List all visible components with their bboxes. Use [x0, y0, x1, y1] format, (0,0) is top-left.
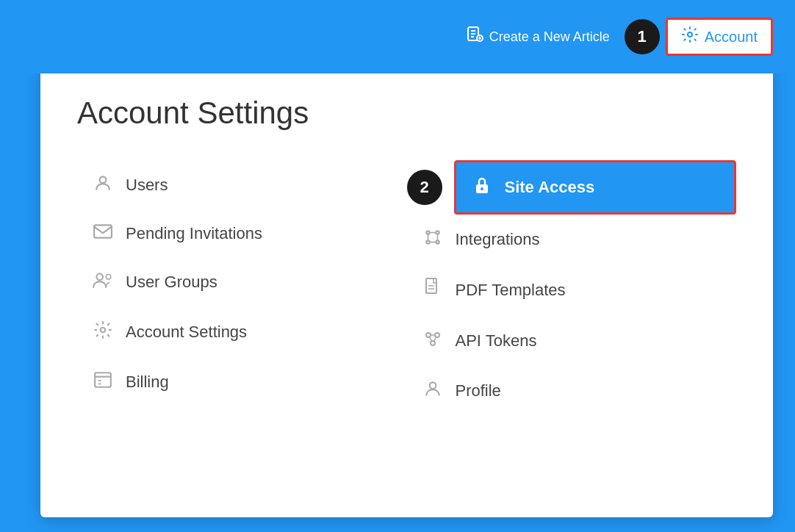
user-groups-label: User Groups	[126, 273, 217, 292]
right-column: 2 Site Access	[407, 160, 737, 416]
svg-rect-13	[95, 373, 111, 387]
menu-item-pending-invitations[interactable]: Pending Invitations	[77, 210, 407, 257]
gear-icon	[681, 26, 699, 48]
svg-point-22	[426, 240, 429, 243]
menu-item-user-groups[interactable]: User Groups	[77, 257, 407, 307]
create-article-button[interactable]: Create a New Article	[466, 26, 610, 48]
integrations-icon	[422, 228, 444, 251]
menu-grid: Users Pending Invitations	[77, 160, 736, 416]
page-title: Account Settings	[77, 96, 736, 131]
menu-item-profile[interactable]: Profile	[407, 366, 737, 416]
menu-item-account-settings[interactable]: Account Settings	[77, 307, 407, 357]
svg-line-35	[434, 337, 436, 342]
menu-item-api-tokens[interactable]: API Tokens	[407, 316, 737, 366]
step1-wrapper: 1 Account	[625, 18, 773, 56]
users-icon	[92, 270, 114, 294]
top-bar: Create a New Article 1 Account	[0, 0, 795, 73]
svg-point-8	[100, 176, 107, 183]
menu-item-integrations[interactable]: Integrations	[407, 215, 737, 265]
svg-rect-9	[94, 225, 112, 237]
pending-invitations-label: Pending Invitations	[126, 224, 262, 243]
svg-point-10	[96, 273, 103, 280]
svg-point-18	[481, 187, 483, 190]
svg-point-32	[431, 341, 435, 345]
billing-label: Billing	[126, 373, 169, 392]
settings-icon	[92, 320, 114, 344]
step1-circle: 1	[625, 19, 660, 54]
svg-point-30	[426, 333, 431, 337]
pdf-icon	[422, 278, 444, 303]
menu-item-billing[interactable]: Billing	[77, 357, 407, 407]
integrations-label: Integrations	[456, 230, 540, 249]
envelope-icon	[92, 223, 114, 244]
menu-item-pdf-templates[interactable]: PDF Templates	[407, 265, 737, 316]
account-label: Account	[705, 29, 758, 46]
account-settings-label: Account Settings	[126, 323, 247, 342]
create-article-icon	[466, 26, 483, 48]
left-column: Users Pending Invitations	[77, 160, 407, 416]
profile-icon	[422, 379, 444, 403]
site-access-row: 2 Site Access	[407, 160, 737, 215]
user-icon	[92, 173, 114, 197]
api-tokens-label: API Tokens	[456, 331, 537, 351]
svg-point-20	[436, 240, 439, 243]
pdf-templates-label: PDF Templates	[456, 281, 566, 300]
svg-line-34	[429, 337, 432, 342]
svg-point-36	[429, 382, 436, 389]
billing-icon	[92, 370, 114, 394]
lock-icon	[471, 176, 493, 199]
profile-label: Profile	[456, 381, 501, 400]
menu-item-site-access[interactable]: Site Access	[454, 160, 737, 215]
svg-point-21	[436, 231, 439, 234]
svg-point-11	[106, 275, 110, 279]
step2-circle: 2	[407, 170, 442, 205]
users-label: Users	[126, 176, 168, 195]
main-card: Account Settings Users	[40, 66, 773, 517]
svg-point-19	[426, 231, 429, 234]
svg-point-31	[435, 333, 439, 337]
account-button[interactable]: Account	[666, 18, 773, 56]
api-icon	[422, 329, 444, 353]
create-article-label: Create a New Article	[489, 29, 610, 45]
svg-point-7	[688, 32, 692, 37]
svg-point-12	[101, 328, 106, 333]
menu-item-users[interactable]: Users	[77, 160, 407, 210]
site-access-label: Site Access	[505, 178, 595, 197]
